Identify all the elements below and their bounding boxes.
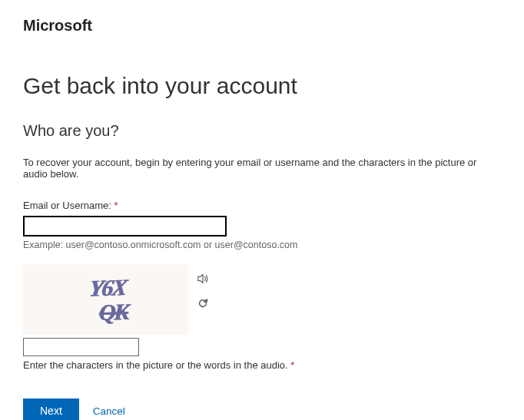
captcha-controls [196, 264, 210, 310]
refresh-icon[interactable] [196, 296, 210, 310]
email-example-hint: Example: user@contoso.onmicrosoft.com or… [23, 240, 501, 250]
captcha-hint-text: Enter the characters in the picture or t… [23, 359, 288, 371]
actions-row: Next Cancel [23, 399, 501, 420]
next-button[interactable]: Next [23, 399, 79, 420]
required-marker: * [114, 200, 118, 211]
audio-icon[interactable] [196, 272, 210, 286]
email-label: Email or Username: * [23, 200, 501, 211]
email-label-text: Email or Username: [23, 200, 111, 211]
captcha-characters: Y6X QK [84, 275, 127, 325]
captcha-row: Y6X QK [23, 264, 501, 335]
captcha-line-1: Y6X [88, 275, 128, 300]
captcha-hint: Enter the characters in the picture or t… [23, 359, 501, 371]
subtitle: Who are you? [23, 122, 501, 140]
required-marker-captcha: * [290, 359, 294, 371]
brand-logo: Microsoft [23, 17, 501, 35]
captcha-image: Y6X QK [23, 264, 188, 335]
captcha-line-2: QK [95, 299, 131, 324]
email-field[interactable] [23, 216, 227, 236]
page-title: Get back into your account [23, 73, 501, 99]
captcha-input[interactable] [23, 338, 139, 356]
instructions-text: To recover your account, begin by enteri… [23, 157, 501, 180]
cancel-link[interactable]: Cancel [93, 405, 125, 417]
